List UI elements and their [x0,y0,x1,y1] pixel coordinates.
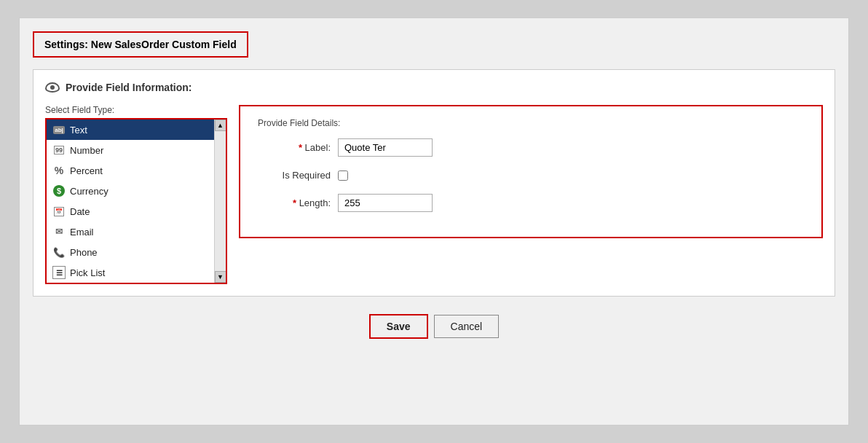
field-details-label: Provide Field Details: [258,118,804,128]
field-type-percent[interactable]: % Percent [47,160,226,181]
length-input[interactable] [338,194,433,212]
date-type-icon: 📅 [52,205,66,218]
section-header-text: Provide Field Information: [66,82,192,93]
content-area: Select Field Type: ab| Text [45,105,823,284]
length-field-label: * Length: [258,197,331,208]
field-type-currency-label: Currency [70,186,108,197]
is-required-label: Is Required [258,170,331,181]
label-field-label: * Label: [258,142,331,153]
field-type-picklist-label: Pick List [70,267,105,278]
field-type-email[interactable]: ✉ Email [47,221,226,242]
dialog-footer: Save Cancel [20,314,848,353]
field-type-percent-label: Percent [70,165,103,176]
field-type-date-label: Date [70,206,90,217]
length-row: * Length: [258,194,804,212]
field-list-wrapper: ab| Text 99 Number % [47,119,226,283]
field-details-panel: Provide Field Details: * Label: Is Requi… [239,105,823,284]
dialog-title: Settings: New SalesOrder Custom Field [33,31,248,58]
field-type-picklist[interactable]: ☰ Pick List [47,262,226,283]
save-button[interactable]: Save [369,314,428,339]
label-required-star: * [299,142,302,153]
scroll-track [215,131,226,271]
field-list-container: ab| Text 99 Number % [45,118,227,284]
section-header: Provide Field Information: [45,82,823,93]
currency-type-icon: $ [52,184,66,197]
field-type-phone[interactable]: 📞 Phone [47,242,226,262]
field-type-currency[interactable]: $ Currency [47,181,226,201]
phone-type-icon: 📞 [52,246,66,259]
is-required-row: Is Required [258,170,804,181]
field-type-date[interactable]: 📅 Date [47,201,226,221]
field-list-scrollbar: ▲ ▼ [214,119,226,283]
length-required-star: * [293,197,296,208]
is-required-checkbox[interactable] [338,170,348,181]
settings-dialog: Settings: New SalesOrder Custom Field Pr… [19,17,849,426]
field-list: ab| Text 99 Number % [47,119,226,283]
field-type-text[interactable]: ab| Text [47,119,226,140]
field-type-number[interactable]: 99 Number [47,140,226,160]
eye-icon [45,82,60,93]
scroll-down-button[interactable]: ▼ [215,271,226,283]
field-details-box: Provide Field Details: * Label: Is Requi… [239,105,823,238]
dialog-body: Provide Field Information: Select Field … [33,69,835,297]
field-type-label: Select Field Type: [45,105,227,115]
label-row: * Label: [258,138,804,157]
field-type-phone-label: Phone [70,247,98,258]
percent-type-icon: % [52,164,66,177]
field-type-panel: Select Field Type: ab| Text [45,105,227,284]
cancel-button[interactable]: Cancel [434,315,500,338]
number-type-icon: 99 [52,144,66,157]
field-type-number-label: Number [70,145,103,156]
field-type-text-label: Text [70,125,87,136]
picklist-type-icon: ☰ [52,266,66,279]
field-type-email-label: Email [70,227,94,238]
label-input[interactable] [338,138,433,157]
scroll-up-button[interactable]: ▲ [215,119,226,131]
text-type-icon: ab| [52,123,66,136]
email-type-icon: ✉ [52,225,66,238]
